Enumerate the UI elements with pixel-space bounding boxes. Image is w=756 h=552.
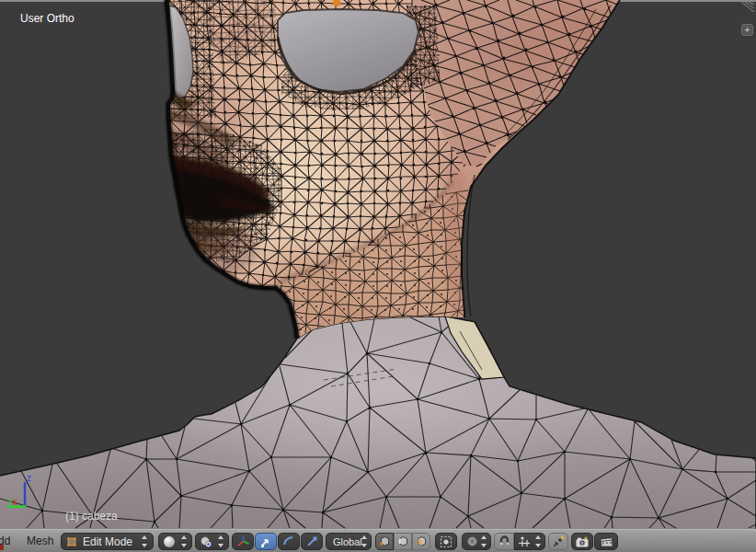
svg-text:x: x (12, 496, 17, 507)
svg-text:z: z (27, 473, 31, 483)
